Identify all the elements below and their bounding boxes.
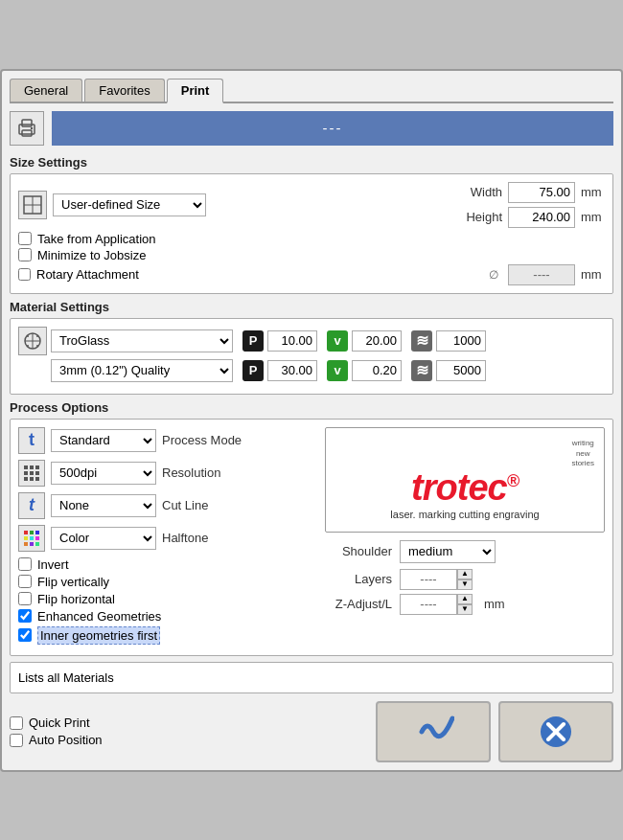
zadjust-label: Z-Adjust/L bbox=[325, 597, 392, 611]
cutline-label: Cut Line bbox=[162, 498, 258, 512]
layers-row: Layers ▲ ▼ bbox=[325, 569, 605, 590]
diam-unit: mm bbox=[581, 267, 605, 282]
quick-print-label: Quick Print bbox=[29, 715, 90, 730]
auto-position-checkbox[interactable] bbox=[10, 734, 23, 747]
check-options: Invert Flip vertically Flip horizontal E… bbox=[18, 557, 315, 645]
rotary-attachment-checkbox[interactable] bbox=[18, 268, 31, 281]
tab-favorites[interactable]: Favorites bbox=[84, 79, 164, 102]
layers-label: Layers bbox=[325, 572, 392, 586]
halftone-dropdown[interactable]: ColorGrayscaleDither bbox=[51, 527, 156, 550]
speed-val-2[interactable] bbox=[352, 360, 402, 381]
diameter-symbol: ∅ bbox=[489, 268, 498, 282]
take-from-app-row: Take from Application bbox=[18, 232, 605, 246]
layers-input[interactable] bbox=[400, 569, 457, 590]
quality-dropdown[interactable]: 3mm (0.12") Quality bbox=[51, 359, 233, 382]
svg-rect-2 bbox=[22, 130, 32, 136]
quick-print-checkbox[interactable] bbox=[10, 716, 23, 730]
width-label: Width bbox=[459, 185, 502, 199]
take-from-app-label: Take from Application bbox=[37, 232, 156, 246]
size-settings-section: User-defined Size A4 Letter Width mm Hei… bbox=[10, 173, 613, 294]
flip-v-checkbox[interactable] bbox=[18, 575, 32, 588]
svg-rect-25 bbox=[35, 531, 39, 534]
svg-rect-20 bbox=[24, 477, 28, 481]
svg-rect-24 bbox=[30, 531, 34, 534]
enhanced-geo-label: Enhanced Geometries bbox=[37, 609, 161, 624]
material-dropdown[interactable]: TroGlass bbox=[51, 329, 233, 352]
process-right: writingnewstories trotec® laser. marking… bbox=[325, 427, 605, 647]
svg-point-3 bbox=[31, 126, 33, 128]
svg-rect-31 bbox=[35, 542, 39, 546]
material-settings-label: Material Settings bbox=[10, 300, 613, 314]
freq-val-1[interactable] bbox=[436, 330, 486, 352]
dimension-group: Width mm Height mm bbox=[459, 182, 605, 228]
resolution-icon bbox=[18, 460, 45, 487]
svg-rect-26 bbox=[24, 536, 28, 540]
material-icon bbox=[18, 327, 47, 355]
process-mode-dropdown[interactable]: StandardEngraveCut bbox=[51, 429, 156, 452]
svg-rect-29 bbox=[24, 542, 28, 546]
svg-rect-21 bbox=[30, 477, 34, 481]
process-options-label: Process Options bbox=[10, 400, 613, 415]
height-unit: mm bbox=[581, 210, 605, 224]
size-dropdown[interactable]: User-defined Size A4 Letter bbox=[53, 193, 206, 216]
header-bar: --- bbox=[10, 111, 613, 146]
trotec-sub: laser. marking cutting engraving bbox=[390, 509, 539, 520]
height-label: Height bbox=[459, 210, 502, 224]
svg-rect-23 bbox=[24, 531, 28, 534]
freq-badge-2: ≋ bbox=[411, 360, 432, 381]
shoulder-label: Shoulder bbox=[325, 544, 392, 558]
invert-checkbox[interactable] bbox=[18, 557, 32, 571]
speed-val-1[interactable] bbox=[352, 330, 402, 352]
svg-rect-30 bbox=[30, 542, 34, 546]
size-settings-label: Size Settings bbox=[10, 155, 613, 170]
resolution-dropdown[interactable]: 250dpi333dpi500dpi1000dpi bbox=[51, 462, 156, 485]
power-val-2[interactable] bbox=[267, 360, 317, 381]
enhanced-geo-checkbox[interactable] bbox=[18, 609, 32, 623]
cancel-button[interactable] bbox=[498, 701, 613, 762]
header-title: --- bbox=[52, 111, 613, 146]
layers-spin: ▲ ▼ bbox=[400, 569, 473, 590]
flip-h-label: Flip horizontal bbox=[37, 592, 115, 606]
take-from-app-checkbox[interactable] bbox=[18, 232, 32, 245]
speed-badge-2: v bbox=[327, 360, 348, 381]
bottom-row: Quick Print Auto Position bbox=[10, 701, 613, 762]
power-val-1[interactable] bbox=[267, 330, 317, 352]
svg-rect-14 bbox=[24, 465, 28, 469]
svg-rect-1 bbox=[22, 120, 32, 126]
auto-position-label: Auto Position bbox=[29, 733, 103, 747]
size-icon bbox=[18, 191, 47, 219]
shoulder-row: Shoulder lowmediumhigh bbox=[325, 540, 605, 563]
width-unit: mm bbox=[581, 185, 605, 199]
freq-val-2[interactable] bbox=[436, 360, 486, 381]
minimize-jobsize-label: Minimize to Jobsize bbox=[37, 248, 146, 262]
layers-up-btn[interactable]: ▲ bbox=[457, 569, 473, 579]
flip-h-checkbox[interactable] bbox=[18, 592, 32, 605]
zadjust-down-btn[interactable]: ▼ bbox=[457, 604, 473, 615]
halftone-label: Halftone bbox=[162, 531, 258, 545]
layers-down-btn[interactable]: ▼ bbox=[457, 579, 473, 590]
process-left: t StandardEngraveCut Process Mode bbox=[18, 427, 315, 647]
minimize-jobsize-row: Minimize to Jobsize bbox=[18, 248, 605, 262]
halftone-icon bbox=[18, 525, 45, 552]
trotec-logo-box: writingnewstories trotec® laser. marking… bbox=[325, 427, 605, 533]
lists-section: Lists all Materials bbox=[10, 662, 613, 693]
cutline-dropdown[interactable]: NoneRedBlue bbox=[51, 494, 156, 517]
tab-print[interactable]: Print bbox=[167, 79, 224, 103]
svg-rect-28 bbox=[35, 536, 39, 540]
height-input[interactable] bbox=[508, 207, 575, 228]
minimize-jobsize-checkbox[interactable] bbox=[18, 248, 32, 261]
svg-rect-19 bbox=[35, 471, 39, 475]
flip-v-label: Flip vertically bbox=[37, 575, 109, 589]
svg-rect-15 bbox=[30, 465, 34, 469]
shoulder-dropdown[interactable]: lowmediumhigh bbox=[400, 540, 496, 563]
inner-geo-checkbox[interactable] bbox=[18, 628, 32, 642]
diameter-input[interactable] bbox=[508, 264, 575, 285]
svg-point-12 bbox=[27, 345, 29, 347]
inner-geo-label: Inner geometries first bbox=[37, 626, 160, 645]
svg-rect-27 bbox=[30, 536, 34, 540]
zadjust-up-btn[interactable]: ▲ bbox=[457, 594, 473, 604]
zadjust-input[interactable] bbox=[400, 594, 457, 615]
tab-general[interactable]: General bbox=[10, 79, 82, 102]
ok-button[interactable] bbox=[376, 701, 491, 762]
width-input[interactable] bbox=[508, 182, 575, 203]
